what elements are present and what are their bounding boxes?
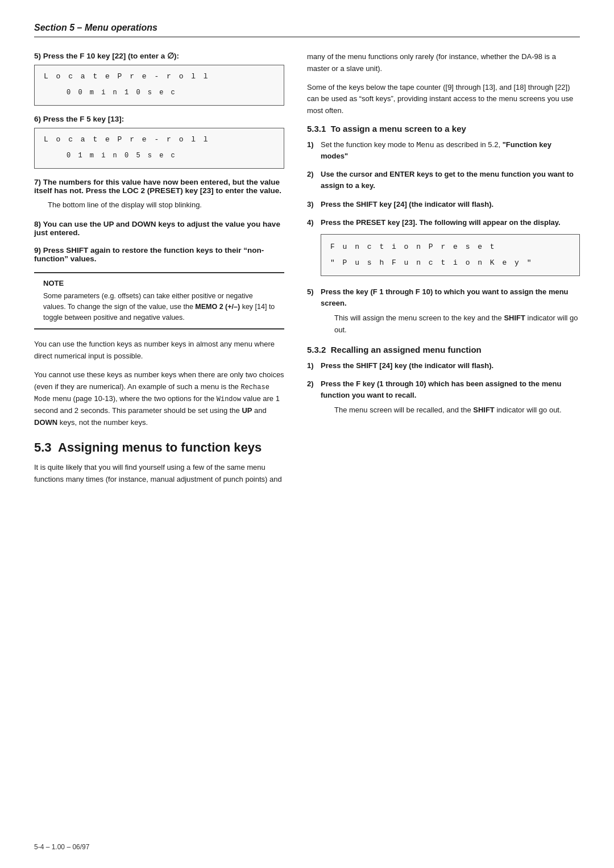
- step-6: 6) Press the F 5 key [13]: L o c a t e P…: [34, 115, 284, 169]
- right-intro-2: Some of the keys below the tape counter …: [307, 82, 580, 117]
- lcd-line1-step6: L o c a t e P r e - r o l l: [44, 135, 275, 144]
- two-col-layout: 5) Press the F 10 key [22] (to enter a ∅…: [34, 51, 580, 493]
- section-5-3-intro: It is quite likely that you will find yo…: [34, 462, 284, 486]
- step-9-label: 9) Press SHIFT again to restore the func…: [34, 246, 284, 263]
- step-5-label: 5) Press the F 10 key [22] (to enter a ∅…: [34, 51, 284, 60]
- lcd-line1-step4r: F u n c t i o n P r e s e t: [330, 241, 570, 253]
- note-title: NOTE: [43, 279, 275, 287]
- list-item: 2) Use the cursor and ENTER keys to get …: [307, 169, 580, 191]
- step-7-subtext: The bottom line of the display will stop…: [34, 199, 284, 211]
- section-header: Section 5 – Menu operations: [34, 23, 580, 37]
- list-item: 1) Press the SHIFT [24] key (the indicat…: [307, 360, 580, 372]
- page: Section 5 – Menu operations 5) Press the…: [0, 0, 614, 527]
- lcd-display-step5: L o c a t e P r e - r o l l 0 0 m i n 1 …: [34, 65, 284, 106]
- section-5-3-title: 5.3 Assigning menus to function keys: [34, 440, 284, 455]
- list-item: 1) Set the function key mode to Menu as …: [307, 139, 580, 162]
- step-7-label: 7) The numbers for this value have now b…: [34, 178, 284, 195]
- right-intro-1: many of the menu functions only rarely (…: [307, 51, 580, 75]
- list-item: 4) Press the PRESET key [23]. The follow…: [307, 217, 580, 279]
- lcd-display-step6: L o c a t e P r e - r o l l 0 1 m i n 0 …: [34, 128, 284, 169]
- note-text: Some parameters (e.g. offsets) can take …: [43, 291, 275, 323]
- step-7: 7) The numbers for this value have now b…: [34, 178, 284, 211]
- body-para-1: You can use the function keys as number …: [34, 339, 284, 362]
- step-6-label: 6) Press the F 5 key [13]:: [34, 115, 284, 123]
- subsection-5-3-2-steps: 1) Press the SHIFT [24] key (the indicat…: [307, 360, 580, 416]
- lcd-line2-step5: 0 0 m i n 1 0 s e c: [44, 89, 275, 97]
- section-title: Section 5 – Menu operations: [34, 23, 157, 33]
- subsection-5-3-1-steps: 1) Set the function key mode to Menu as …: [307, 139, 580, 336]
- subsection-5-3-1-title: 5.3.1 To assign a menu screen to a key: [307, 124, 580, 133]
- subsection-5-3-2-title: 5.3.2 Recalling an assigned menu functio…: [307, 345, 580, 354]
- note-box: NOTE Some parameters (e.g. offsets) can …: [34, 272, 284, 329]
- list-item: 5) Press the key (F 1 through F 10) to w…: [307, 286, 580, 336]
- step2-532-subtext: The menu screen will be recalled, and th…: [321, 404, 580, 416]
- page-footer: 5-4 – 1.00 – 06/97: [34, 843, 89, 851]
- right-column: many of the menu functions only rarely (…: [307, 51, 580, 493]
- lcd-line1-step5: L o c a t e P r e - r o l l: [44, 72, 275, 81]
- step-8-label: 8) You can use the UP and DOWN keys to a…: [34, 220, 284, 237]
- step5-right-subtext: This will assign the menu screen to the …: [321, 312, 580, 335]
- list-item: 3) Press the SHIFT key [24] (the indicat…: [307, 199, 580, 210]
- body-para-2: You cannot use these keys as number keys…: [34, 369, 284, 429]
- step-8: 8) You can use the UP and DOWN keys to a…: [34, 220, 284, 237]
- lcd-line2-step6: 0 1 m i n 0 5 s e c: [44, 152, 275, 160]
- list-item: 2) Press the F key (1 through 10) which …: [307, 378, 580, 416]
- step-5: 5) Press the F 10 key [22] (to enter a ∅…: [34, 51, 284, 106]
- left-column: 5) Press the F 10 key [22] (to enter a ∅…: [34, 51, 284, 493]
- lcd-display-step4-right: F u n c t i o n P r e s e t " P u s h F …: [321, 234, 580, 276]
- step-9: 9) Press SHIFT again to restore the func…: [34, 246, 284, 263]
- lcd-line2-step4r: " P u s h F u n c t i o n K e y ": [330, 257, 570, 269]
